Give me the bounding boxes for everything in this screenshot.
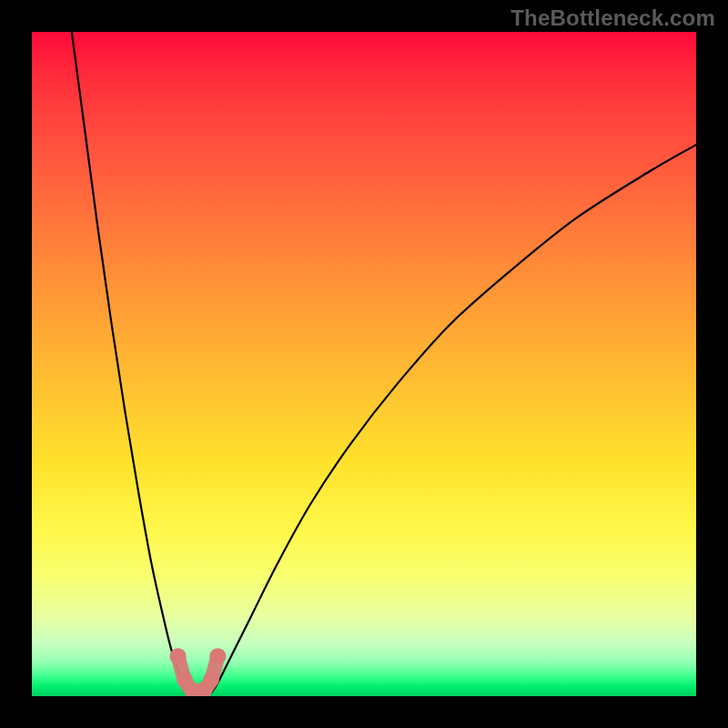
plot-area [32,32,696,696]
svg-point-0 [170,648,187,664]
chart-frame: TheBottleneck.com [0,0,728,728]
valley-marker [170,648,227,696]
svg-point-6 [209,648,226,664]
right-curve-path [211,145,696,693]
svg-point-5 [203,672,219,688]
curves-svg [32,32,696,696]
attribution-text: TheBottleneck.com [511,5,715,31]
left-curve-path [72,32,191,693]
